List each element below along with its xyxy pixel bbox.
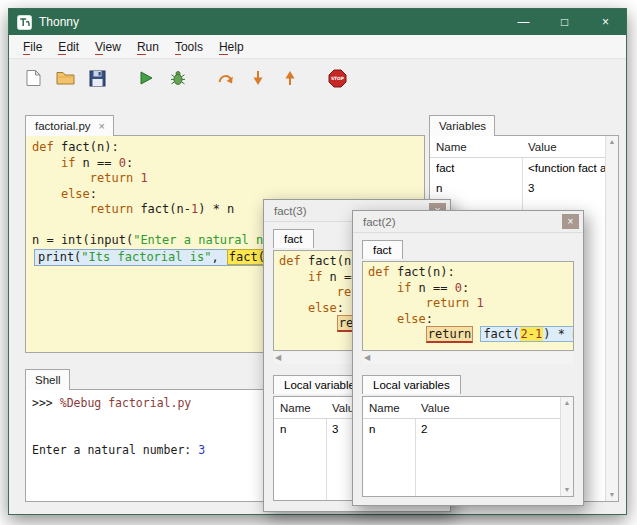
scroll-up-icon[interactable]: ▲ — [609, 138, 616, 146]
code-token — [368, 327, 426, 341]
step-into-button[interactable] — [245, 66, 270, 91]
code-token: n == — [411, 281, 454, 295]
save-icon — [89, 70, 106, 87]
code-token: fact( — [483, 327, 519, 341]
frame-h-scrollbar[interactable]: ◀ — [362, 352, 574, 364]
code-token: , — [211, 250, 225, 264]
code-line: def fact(n): — [32, 140, 418, 156]
column-header-value: Value — [415, 402, 573, 414]
step-into-icon — [250, 70, 266, 86]
debug-bug-icon — [170, 70, 186, 86]
menu-help[interactable]: Help — [211, 36, 252, 58]
code-token: fact(n): — [54, 140, 119, 154]
code-token — [279, 270, 308, 284]
code-token — [279, 316, 337, 330]
frame-title: fact(2) — [363, 216, 396, 228]
tab-factorial-py[interactable]: factorial.py × — [25, 115, 114, 136]
menu-file[interactable]: File — [15, 36, 50, 58]
table-row[interactable]: n 2 — [363, 419, 573, 439]
code-line: return 1 — [368, 296, 568, 312]
window-controls: — □ × — [503, 9, 626, 35]
editor-tab-label: factorial.py — [35, 120, 91, 132]
variable-value: <function fact a — [522, 162, 618, 174]
code-token: 0 — [119, 156, 126, 170]
tab-shell[interactable]: Shell — [25, 369, 70, 390]
editor-tab-bar: factorial.py × — [25, 112, 114, 135]
stop-label: STOP — [331, 76, 345, 81]
new-file-button[interactable] — [21, 66, 46, 91]
code-token: n == — [75, 156, 118, 170]
tab-variables[interactable]: Variables — [429, 115, 495, 136]
code-token: 2-1 — [520, 327, 544, 341]
open-file-button[interactable] — [53, 66, 78, 91]
code-token: def — [279, 254, 301, 268]
code-token: 3 — [198, 443, 205, 457]
accel-letter: T — [175, 40, 181, 55]
frame-tab-row: fact — [353, 233, 583, 261]
step-out-button[interactable] — [277, 66, 302, 91]
save-file-button[interactable] — [85, 66, 110, 91]
code-token — [32, 156, 61, 170]
variable-value: 3 — [522, 182, 618, 194]
step-over-icon — [217, 70, 235, 86]
run-script-button[interactable] — [133, 66, 158, 91]
frame-tab-fact[interactable]: fact — [362, 240, 403, 259]
stop-icon: STOP — [328, 69, 347, 88]
title-bar[interactable]: Thonny — □ × — [9, 9, 626, 35]
code-line: if n == 0: — [32, 156, 418, 172]
close-button[interactable]: × — [585, 9, 626, 35]
stack-frame-window-fact2[interactable]: fact(2) × fact def fact(n): if n == 0: r… — [352, 210, 584, 506]
code-token: return — [426, 296, 469, 310]
scroll-down-icon[interactable]: ▼ — [609, 491, 616, 499]
accel-letter: E — [58, 40, 66, 55]
column-header-value: Value — [522, 141, 618, 153]
code-token: ) * n — [543, 327, 574, 341]
variable-name: fact — [430, 162, 522, 174]
shell-tab-label: Shell — [35, 374, 61, 386]
menu-bar: File Edit View Run Tools Help — [9, 35, 626, 59]
code-token: n = int(input( — [32, 233, 133, 247]
scroll-left-icon[interactable]: ◀ — [364, 354, 370, 362]
code-token — [368, 312, 397, 326]
frame-locals-tab-row: Local variables — [353, 364, 583, 396]
code-line: def fact(n): — [368, 265, 568, 281]
frame-tab-fact[interactable]: fact — [273, 229, 314, 248]
menu-run[interactable]: Run — [129, 36, 167, 58]
scroll-left-icon[interactable]: ◀ — [275, 354, 281, 362]
frame-code-view[interactable]: def fact(n): if n == 0: return 1 else: r… — [362, 261, 574, 351]
frame-title-bar[interactable]: fact(2) × — [353, 211, 583, 233]
tab-close-icon[interactable]: × — [99, 120, 105, 132]
code-token — [279, 301, 308, 315]
stop-button[interactable]: STOP — [325, 66, 350, 91]
column-header-name: Name — [363, 402, 415, 414]
menu-tools[interactable]: Tools — [167, 36, 211, 58]
scroll-up-icon[interactable]: ▲ — [564, 399, 571, 407]
table-row[interactable]: fact <function fact a — [430, 158, 618, 178]
frame-locals-table: Name Value n 2 ▲ ▼ — [362, 396, 574, 497]
step-over-button[interactable] — [213, 66, 238, 91]
debug-script-button[interactable] — [165, 66, 190, 91]
minimize-button[interactable]: — — [503, 9, 544, 35]
accel-letter: V — [95, 40, 103, 55]
frame-close-button[interactable]: × — [562, 214, 579, 229]
code-token — [32, 187, 61, 201]
thonny-logo-icon — [17, 15, 32, 30]
code-line: return fact(2-1) * n — [368, 327, 568, 343]
code-token — [32, 202, 90, 216]
maximize-button[interactable]: □ — [544, 9, 585, 35]
code-token: 0 — [455, 281, 462, 295]
scroll-down-icon[interactable]: ▼ — [564, 486, 571, 494]
code-token: fact(n- — [133, 202, 191, 216]
variables-scrollbar[interactable]: ▲ ▼ — [605, 136, 618, 501]
menu-edit[interactable]: Edit — [50, 36, 87, 58]
code-token: Enter a natural number: — [32, 443, 198, 457]
menu-view[interactable]: View — [87, 36, 129, 58]
open-folder-icon — [56, 70, 75, 86]
column-header-name: Name — [430, 141, 522, 153]
frame-tab-local-variables[interactable]: Local variables — [362, 375, 461, 394]
code-line: if n == 0: — [368, 281, 568, 297]
table-row[interactable]: n 3 — [430, 178, 618, 198]
new-file-icon — [25, 69, 42, 87]
column-header-name: Name — [274, 402, 326, 414]
locals-scrollbar[interactable]: ▲ ▼ — [560, 397, 573, 496]
